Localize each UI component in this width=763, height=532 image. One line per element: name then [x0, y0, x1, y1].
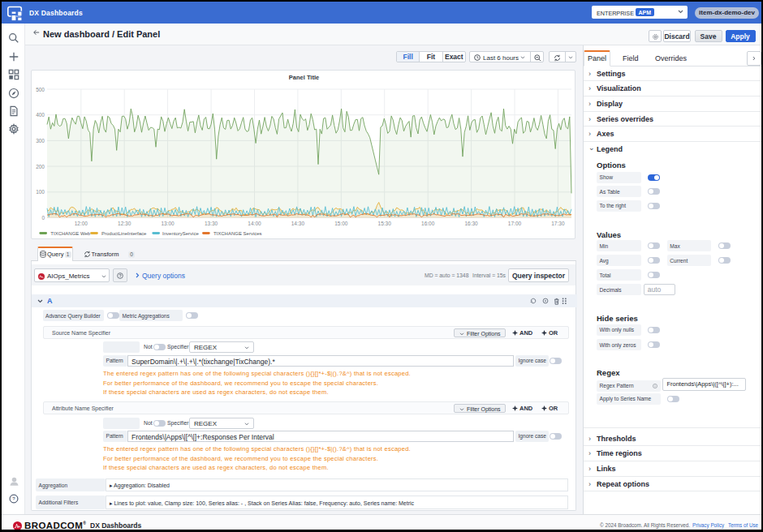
svg-text:13:00: 13:00	[161, 221, 175, 226]
svg-text:15:00: 15:00	[334, 221, 348, 226]
svg-text:100: 100	[36, 189, 45, 195]
svg-text:500: 500	[36, 87, 45, 92]
svg-text:InventoryService: InventoryService	[162, 231, 199, 236]
svg-text:13:30: 13:30	[205, 221, 218, 226]
svg-text:ProductLineInterface: ProductLineInterface	[101, 231, 147, 236]
svg-text:17:00: 17:00	[508, 221, 522, 226]
svg-text:0: 0	[41, 215, 45, 221]
svg-text:17:30: 17:30	[551, 221, 565, 226]
svg-text:TIXCHANGE Services: TIXCHANGE Services	[213, 231, 262, 236]
svg-text:200: 200	[36, 164, 45, 169]
svg-text:12:00: 12:00	[75, 221, 88, 226]
svg-text:400: 400	[36, 112, 45, 118]
svg-text:12:30: 12:30	[118, 221, 131, 226]
svg-text:TIXCHANGE Web: TIXCHANGE Web	[50, 231, 91, 236]
svg-text:?: ?	[12, 496, 15, 501]
svg-text:14:30: 14:30	[291, 221, 305, 226]
svg-text:15:30: 15:30	[378, 221, 392, 226]
svg-text:16:30: 16:30	[464, 221, 478, 226]
svg-text:300: 300	[36, 138, 45, 144]
svg-text:14:00: 14:00	[248, 221, 261, 226]
svg-text:16:00: 16:00	[421, 221, 435, 226]
